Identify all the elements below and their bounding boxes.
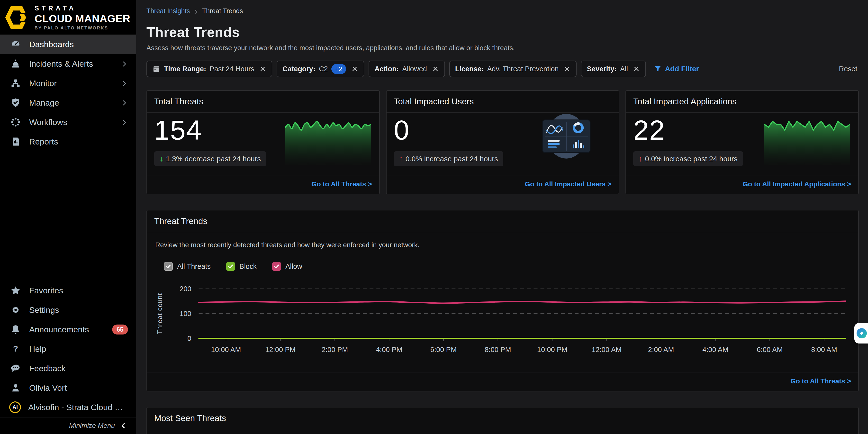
breadcrumb-link[interactable]: Threat Insights xyxy=(147,7,190,15)
filter-chip-time-range[interactable]: Time Range: Past 24 Hours xyxy=(147,61,272,77)
svg-text:4:00 AM: 4:00 AM xyxy=(702,346,728,353)
brand-line2: CLOUD MANAGER xyxy=(35,13,130,25)
sidebar-item-olivia-vort[interactable]: Olivia Vort xyxy=(0,378,136,398)
svg-text:?: ? xyxy=(13,344,18,353)
card-link-go-to-all-impacted-applications[interactable]: Go to All Impacted Applications > xyxy=(743,180,851,188)
card-title: Total Impacted Users xyxy=(386,91,619,113)
sidebar-item-dashboards[interactable]: Dashboards xyxy=(0,35,136,54)
filter-chip-value: Adv. Threat Prevention xyxy=(487,65,559,73)
sidebar-item-announcements[interactable]: Announcements 65 xyxy=(0,320,136,339)
filter-chip-more-badge: +2 xyxy=(331,64,346,74)
card-title: Total Threats xyxy=(147,91,379,113)
copilot-launcher-button[interactable] xyxy=(855,323,868,343)
sidebar-item-favorites[interactable]: Favorites xyxy=(0,281,136,300)
close-icon[interactable] xyxy=(259,65,267,72)
copilot-logo-icon xyxy=(856,328,867,339)
sidebar-item-label: Announcements xyxy=(29,325,89,334)
sidebar-item-label: Incidents & Alerts xyxy=(29,59,93,69)
trend-sparkline xyxy=(764,118,850,165)
sidebar-item-label: Workflows xyxy=(29,118,67,127)
strata-hexagon-icon xyxy=(4,4,29,31)
trend-sparkline xyxy=(285,118,371,165)
checkbox-allow[interactable] xyxy=(272,262,281,271)
filter-chip-category[interactable]: Category: C2 +2 xyxy=(277,61,364,77)
close-icon[interactable] xyxy=(432,65,439,72)
go-to-all-threats-link[interactable]: Go to All Threats > xyxy=(790,377,851,385)
sidebar-item-feedback[interactable]: Feedback xyxy=(0,359,136,378)
filter-chip-severity[interactable]: Severity: All xyxy=(581,61,646,77)
card-link-go-to-all-threats[interactable]: Go to All Threats > xyxy=(311,180,372,188)
legend-item-block[interactable]: Block xyxy=(226,262,257,271)
card-footer: Go to All Impacted Applications > xyxy=(626,175,858,194)
brand-line1: STRATA xyxy=(35,5,130,12)
filter-chip-label: Action: xyxy=(374,65,399,73)
main-content: Threat Insights Threat Trends Threat Tre… xyxy=(136,0,868,434)
checkbox-block[interactable] xyxy=(226,262,235,271)
svg-text:10:00 AM: 10:00 AM xyxy=(211,346,241,353)
legend-label: Block xyxy=(239,262,257,271)
trend-pill: ↑ 0.0% increase past 24 hours xyxy=(394,151,503,166)
summary-card-total-impacted-applications: Total Impacted Applications 22 ↑ 0.0% in… xyxy=(625,90,859,194)
svg-text:12:00 AM: 12:00 AM xyxy=(592,346,622,353)
legend-item-allow[interactable]: Allow xyxy=(272,262,302,271)
filter-chip-label: Category: xyxy=(282,65,315,73)
filter-chip-label: Time Range: xyxy=(164,65,206,73)
breadcrumb-current: Threat Trends xyxy=(202,7,243,15)
threat-trends-description: Review the most recently detected threat… xyxy=(155,241,850,249)
trend-pill: ↓ 1.3% decrease past 24 hours xyxy=(154,151,266,166)
legend-item-all-threats[interactable]: All Threats xyxy=(164,262,211,271)
most-seen-threats-card: Most Seen Threats xyxy=(147,407,859,434)
add-filter-button[interactable]: Add Filter xyxy=(654,65,699,73)
minimize-menu-label: Minimize Menu xyxy=(69,422,115,430)
card-footer: Go to All Threats > xyxy=(147,175,379,194)
svg-text:8:00 AM: 8:00 AM xyxy=(811,346,837,353)
close-icon[interactable] xyxy=(351,65,358,72)
svg-text:2:00 AM: 2:00 AM xyxy=(648,346,674,353)
svg-text:200: 200 xyxy=(180,285,191,293)
svg-text:100: 100 xyxy=(180,310,191,317)
sidebar-bottom-nav: Favorites Settings Announcements 65 ? He… xyxy=(0,281,136,417)
filter-chip-action[interactable]: Action: Allowed xyxy=(369,61,445,77)
empty-chart-illustration xyxy=(540,113,592,160)
sidebar-item-label: Olivia Vort xyxy=(29,383,67,393)
sidebar-item-settings[interactable]: Settings xyxy=(0,300,136,320)
filter-chip-license[interactable]: License: Adv. Threat Prevention xyxy=(449,61,577,77)
sidebar-item-incidents-alerts[interactable]: Incidents & Alerts xyxy=(0,54,136,73)
checkbox-all-threats[interactable] xyxy=(164,262,173,271)
sidebar-item-workflows[interactable]: Workflows xyxy=(0,113,136,132)
card-title: Total Impacted Applications xyxy=(626,91,858,113)
svg-text:10:00 PM: 10:00 PM xyxy=(537,346,567,353)
sidebar: STRATA CLOUD MANAGER BY PALO ALTO NETWOR… xyxy=(0,0,136,434)
filter-chip-value: C2 xyxy=(319,65,328,73)
threat-trends-chart: 0100200Threat count10:00 AM12:00 PM2:00 … xyxy=(155,277,850,358)
card-link-go-to-all-impacted-users[interactable]: Go to All Impacted Users > xyxy=(525,180,611,188)
hierarchy-icon xyxy=(10,78,21,89)
svg-text:0: 0 xyxy=(187,335,191,342)
minimize-menu-button[interactable]: Minimize Menu xyxy=(0,417,136,434)
close-icon[interactable] xyxy=(633,65,640,72)
filter-chip-label: License: xyxy=(455,65,484,73)
person-icon xyxy=(10,382,21,393)
svg-text:6:00 AM: 6:00 AM xyxy=(757,346,783,353)
filter-chip-value: Past 24 Hours xyxy=(210,65,254,73)
sidebar-item-reports[interactable]: Reports xyxy=(0,132,136,151)
trend-arrow-icon: ↓ xyxy=(160,154,163,163)
sidebar-item-label: Monitor xyxy=(29,79,57,88)
filter-chip-value: Allowed xyxy=(402,65,427,73)
threat-trends-footer: Go to All Threats > xyxy=(147,372,858,391)
sidebar-item-monitor[interactable]: Monitor xyxy=(0,73,136,93)
reset-filters-button[interactable]: Reset xyxy=(839,65,857,73)
chevron-right-icon xyxy=(121,80,128,87)
sidebar-item-help[interactable]: ? Help xyxy=(0,339,136,359)
trend-text: 1.3% decrease past 24 hours xyxy=(166,155,261,163)
chevron-left-icon xyxy=(120,422,127,429)
close-icon[interactable] xyxy=(563,65,571,72)
threat-trends-card: Threat Trends Review the most recently d… xyxy=(147,210,859,392)
svg-text:12:00 PM: 12:00 PM xyxy=(265,346,296,353)
svg-text:Threat count: Threat count xyxy=(156,293,163,334)
threat-trends-title: Threat Trends xyxy=(147,211,858,232)
sidebar-item-label: Help xyxy=(29,344,46,354)
brand-text: STRATA CLOUD MANAGER BY PALO ALTO NETWOR… xyxy=(35,5,130,31)
sidebar-item-alvisofin-strata-cloud-m[interactable]: AI Alvisofin - Strata Cloud M... xyxy=(0,398,136,417)
sidebar-item-manage[interactable]: Manage xyxy=(0,93,136,113)
